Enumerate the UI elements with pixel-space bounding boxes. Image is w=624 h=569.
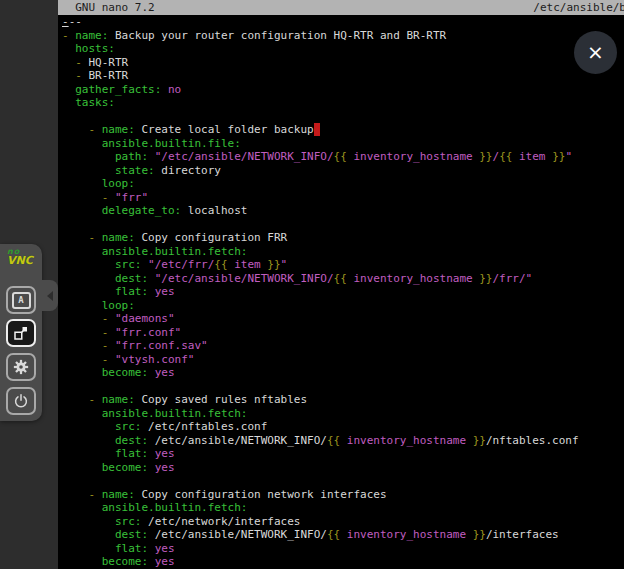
code-segment: }} [552, 150, 565, 163]
nano-file-path: /etc/ansible/b [533, 0, 624, 15]
code-segment: tasks: [75, 96, 115, 109]
code-segment: item [512, 150, 552, 163]
code-segment: }} [473, 528, 486, 541]
code-segment: loop: [102, 177, 135, 190]
code-line: - name: Copy configuration FRR [62, 231, 624, 245]
code-segment [148, 285, 155, 298]
code-segment [62, 326, 102, 339]
code-line: - "frr.conf.sav" [62, 339, 624, 353]
keyboard-button[interactable]: A [6, 286, 36, 314]
fullscreen-icon [12, 324, 30, 342]
code-segment: ansible.builtin.fetch: [102, 407, 248, 420]
code-segment: yes [155, 366, 175, 379]
code-segment [148, 461, 155, 474]
code-segment: gather_facts: [75, 83, 161, 96]
code-line: loop: [62, 177, 624, 191]
code-segment [62, 420, 115, 433]
code-line: - HQ-RTR [62, 56, 624, 70]
code-segment: /nftables.conf [486, 434, 579, 447]
code-line: ansible.builtin.fetch: [62, 407, 624, 421]
code-segment [148, 555, 155, 568]
code-segment: Backup your router configuration HQ-RTR … [108, 29, 446, 42]
fullscreen-button[interactable] [6, 319, 36, 347]
editor-text-area[interactable]: ---- name: Backup your router configurat… [62, 15, 624, 569]
code-segment: yes [155, 555, 175, 568]
code-segment: - [89, 231, 102, 244]
power-icon [12, 392, 30, 410]
code-segment: }} [473, 434, 486, 447]
code-segment: flat: [115, 285, 148, 298]
code-line: state: directory [62, 164, 624, 178]
novnc-logo-bottom: VNC [7, 256, 33, 265]
code-segment: no [168, 83, 181, 96]
code-segment: {{ [334, 150, 347, 163]
code-segment: Create local folder backup [135, 123, 314, 136]
code-line: - name: Copy configuration network inter… [62, 488, 624, 502]
code-segment: inventory_hostname [347, 272, 479, 285]
code-line: src: "/etc/frr/{{ item }}" [62, 258, 624, 272]
code-line: flat: yes [62, 447, 624, 461]
code-segment [62, 312, 102, 325]
code-segment: ansible.builtin.file: [102, 137, 241, 150]
settings-button[interactable] [6, 353, 36, 381]
code-segment [148, 150, 155, 163]
novnc-logo: no VNC [7, 247, 33, 265]
code-segment: - [89, 393, 102, 406]
code-segment: yes [155, 461, 175, 474]
code-segment [62, 515, 115, 528]
code-line: src: /etc/network/interfaces [62, 515, 624, 529]
code-segment: "/etc/frr/ [148, 258, 214, 271]
code-segment: flat: [115, 542, 148, 555]
code-line: - name: Create local folder backup [62, 123, 624, 137]
code-line: dest: /etc/ansible/NETWORK_INFO/{{ inven… [62, 434, 624, 448]
code-segment: -- [69, 15, 82, 28]
code-segment: }} [267, 258, 280, 271]
code-line: hosts: [62, 42, 624, 56]
gear-icon [12, 358, 30, 376]
code-segment: /frr/" [493, 272, 533, 285]
code-segment [62, 123, 89, 136]
code-segment: hosts: [75, 42, 115, 55]
code-line: dest: /etc/ansible/NETWORK_INFO/{{ inven… [62, 528, 624, 542]
code-segment: "/etc/ansible/NETWORK_INFO/ [155, 150, 334, 163]
close-button[interactable]: × [574, 31, 617, 74]
code-segment [62, 339, 102, 352]
code-segment [62, 164, 115, 177]
code-segment: {{ [214, 258, 227, 271]
code-segment: " [281, 258, 288, 271]
code-line: become: yes [62, 555, 624, 569]
code-segment: src: [115, 515, 142, 528]
code-segment [148, 542, 155, 555]
code-segment: {{ [327, 434, 340, 447]
vnc-control-bar: no VNC A [0, 244, 42, 421]
code-line: become: yes [62, 366, 624, 380]
code-segment: /etc/network/interfaces [141, 515, 300, 528]
code-segment [161, 83, 168, 96]
code-line: become: yes [62, 461, 624, 475]
code-segment [62, 555, 102, 568]
code-segment: name: [102, 231, 135, 244]
code-line: flat: yes [62, 285, 624, 299]
control-bar-handle[interactable] [42, 280, 58, 311]
power-button[interactable] [6, 387, 36, 415]
terminal-window[interactable]: GNU nano 7.2 /etc/ansible/b ---- name: B… [58, 0, 624, 569]
code-segment: ansible.builtin.fetch: [102, 245, 248, 258]
code-segment: - [89, 488, 102, 501]
code-segment [62, 245, 102, 258]
nano-version: GNU nano 7.2 [62, 0, 155, 15]
text-cursor [314, 123, 321, 136]
code-segment: "vtysh.conf" [115, 353, 194, 366]
code-line [62, 218, 624, 232]
code-segment: ansible.builtin.fetch: [102, 501, 248, 514]
code-line: loop: [62, 299, 624, 313]
code-segment: localhost [181, 204, 247, 217]
code-segment: become: [102, 366, 148, 379]
code-segment [148, 272, 155, 285]
code-segment [62, 447, 115, 460]
code-segment: inventory_hostname [340, 434, 472, 447]
code-segment [62, 258, 115, 271]
code-segment: - [75, 69, 88, 82]
code-line [62, 110, 624, 124]
code-segment: HQ-RTR [89, 56, 129, 69]
code-line: - name: Copy saved rules nftables [62, 393, 624, 407]
